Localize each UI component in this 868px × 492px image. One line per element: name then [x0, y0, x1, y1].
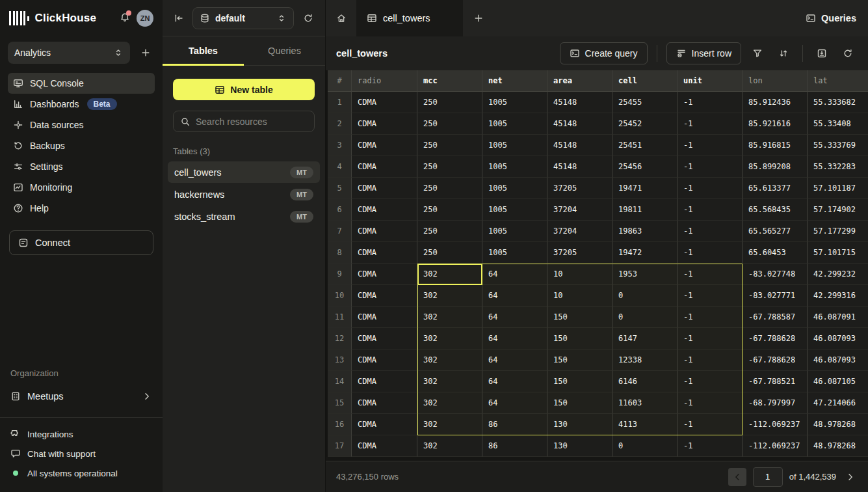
- cell-mcc[interactable]: 302: [417, 435, 482, 457]
- cell-lat[interactable]: 55.332283: [808, 156, 868, 178]
- cell-area[interactable]: 45148: [547, 92, 612, 113]
- explorer-tab-queries[interactable]: Queries: [244, 36, 325, 65]
- cell-radio[interactable]: CDMA: [352, 92, 417, 113]
- cell-lat[interactable]: 48.978268: [808, 435, 868, 457]
- cell-lon[interactable]: -67.788628: [743, 349, 808, 371]
- cell-radio[interactable]: CDMA: [352, 392, 417, 414]
- cell-net[interactable]: 1005: [482, 135, 547, 156]
- cell-radio[interactable]: CDMA: [352, 221, 417, 242]
- cell-net[interactable]: 1005: [482, 156, 547, 178]
- cell-mcc[interactable]: 250: [417, 221, 482, 242]
- cell-cell[interactable]: 0: [612, 307, 677, 328]
- cell-lon[interactable]: 65.568435: [743, 199, 808, 221]
- column-header-radio[interactable]: radio: [352, 70, 417, 92]
- cell-lat[interactable]: 47.214066: [808, 392, 868, 414]
- cell-cell[interactable]: 0: [612, 435, 677, 457]
- cell-area[interactable]: 10: [547, 264, 612, 285]
- cell-lon[interactable]: -67.788587: [743, 307, 808, 328]
- cell-radio[interactable]: CDMA: [352, 113, 417, 135]
- search-input[interactable]: [196, 116, 313, 127]
- cell-lat[interactable]: 57.177299: [808, 221, 868, 242]
- cell-area[interactable]: 150: [547, 328, 612, 349]
- cell-lon[interactable]: 85.899208: [743, 156, 808, 178]
- sidebar-item-backups[interactable]: Backups: [8, 135, 155, 156]
- cell-unit[interactable]: -1: [677, 199, 743, 221]
- cell-lat[interactable]: 46.087091: [808, 307, 868, 328]
- sidebar-item-settings[interactable]: Settings: [8, 156, 155, 177]
- cell-cell[interactable]: 25455: [612, 92, 677, 113]
- cell-unit[interactable]: -1: [677, 307, 743, 328]
- cell-mcc[interactable]: 250: [417, 242, 482, 264]
- cell-unit[interactable]: -1: [677, 264, 743, 285]
- cell-net[interactable]: 86: [482, 435, 547, 457]
- database-selector[interactable]: default: [192, 7, 294, 29]
- cell-radio[interactable]: CDMA: [352, 156, 417, 178]
- column-header-area[interactable]: area: [547, 70, 612, 92]
- sidebar-footer-item-chat-with-support[interactable]: Chat with support: [10, 444, 152, 463]
- column-header-lon[interactable]: lon: [743, 70, 808, 92]
- refresh-tables-button[interactable]: [299, 9, 317, 27]
- cell-unit[interactable]: -1: [677, 414, 743, 435]
- download-button[interactable]: [812, 44, 832, 63]
- cell-lon[interactable]: 85.912436: [743, 92, 808, 113]
- cell-net[interactable]: 64: [482, 349, 547, 371]
- cell-cell[interactable]: 19472: [612, 242, 677, 264]
- cell-cell[interactable]: 4113: [612, 414, 677, 435]
- cell-net[interactable]: 1005: [482, 199, 547, 221]
- cell-area[interactable]: 150: [547, 307, 612, 328]
- cell-cell[interactable]: 1953: [612, 264, 677, 285]
- cell-radio[interactable]: CDMA: [352, 349, 417, 371]
- cell-lon[interactable]: 85.916815: [743, 135, 808, 156]
- cell-unit[interactable]: -1: [677, 371, 743, 392]
- column-header-unit[interactable]: unit: [677, 70, 743, 92]
- insert-row-button[interactable]: Insert row: [666, 42, 741, 64]
- column-header-rownum[interactable]: #: [328, 70, 352, 92]
- cell-net[interactable]: 64: [482, 328, 547, 349]
- cell-radio[interactable]: CDMA: [352, 285, 417, 307]
- cell-cell[interactable]: 19863: [612, 221, 677, 242]
- cell-area[interactable]: 37204: [547, 199, 612, 221]
- table-list-item-stocks_stream[interactable]: stocks_streamMT: [168, 206, 320, 227]
- column-header-net[interactable]: net: [482, 70, 547, 92]
- cell-lon[interactable]: -67.788521: [743, 371, 808, 392]
- cell-area[interactable]: 37205: [547, 242, 612, 264]
- cell-lat[interactable]: 46.087093: [808, 349, 868, 371]
- refresh-table-button[interactable]: [838, 44, 858, 63]
- cell-cell[interactable]: 25456: [612, 156, 677, 178]
- cell-unit[interactable]: -1: [677, 135, 743, 156]
- cell-net[interactable]: 64: [482, 371, 547, 392]
- cell-mcc[interactable]: 302: [417, 392, 482, 414]
- cell-radio[interactable]: CDMA: [352, 199, 417, 221]
- column-header-lat[interactable]: lat: [808, 70, 868, 92]
- cell-unit[interactable]: -1: [677, 156, 743, 178]
- new-tab-button[interactable]: [463, 0, 494, 36]
- cell-cell[interactable]: 25451: [612, 135, 677, 156]
- cell-net[interactable]: 1005: [482, 92, 547, 113]
- cell-unit[interactable]: -1: [677, 392, 743, 414]
- cell-cell[interactable]: 25452: [612, 113, 677, 135]
- cell-radio[interactable]: CDMA: [352, 178, 417, 199]
- cell-lat[interactable]: 46.087093: [808, 328, 868, 349]
- cell-mcc[interactable]: 302: [417, 414, 482, 435]
- cell-mcc[interactable]: 250: [417, 135, 482, 156]
- cell-radio[interactable]: CDMA: [352, 328, 417, 349]
- sidebar-item-meetups[interactable]: Meetups: [0, 385, 163, 408]
- sidebar-item-sql-console[interactable]: SQL Console: [8, 73, 155, 94]
- cell-lon[interactable]: 65.60453: [743, 242, 808, 264]
- queries-button[interactable]: Queries: [794, 0, 868, 36]
- cell-area[interactable]: 150: [547, 371, 612, 392]
- sidebar-footer-item-all-systems-operational[interactable]: All systems operational: [10, 463, 152, 483]
- explorer-tab-tables[interactable]: Tables: [163, 36, 244, 65]
- cell-mcc[interactable]: 250: [417, 156, 482, 178]
- cell-area[interactable]: 130: [547, 435, 612, 457]
- cell-cell[interactable]: 19471: [612, 178, 677, 199]
- cell-lon[interactable]: -67.788628: [743, 328, 808, 349]
- cell-mcc[interactable]: 250: [417, 92, 482, 113]
- cell-lat[interactable]: 57.101187: [808, 178, 868, 199]
- cell-mcc[interactable]: 250: [417, 178, 482, 199]
- cell-net[interactable]: 86: [482, 414, 547, 435]
- cell-lat[interactable]: 55.33408: [808, 113, 868, 135]
- cell-unit[interactable]: -1: [677, 178, 743, 199]
- cell-radio[interactable]: CDMA: [352, 242, 417, 264]
- cell-lon[interactable]: -112.069237: [743, 435, 808, 457]
